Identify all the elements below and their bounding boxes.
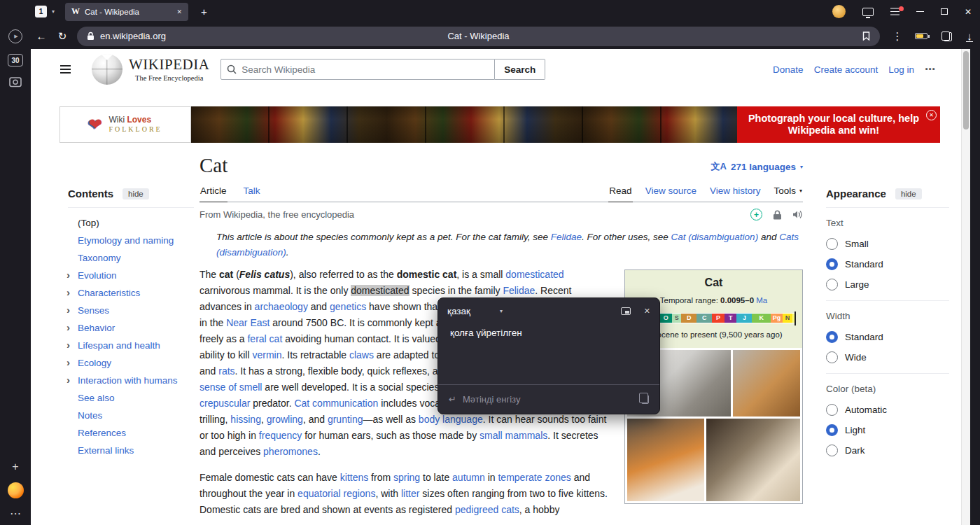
open-panel-icon[interactable] <box>621 307 631 315</box>
copy-icon[interactable] <box>641 395 649 404</box>
app-menu-button[interactable] <box>890 11 899 13</box>
wiki-link[interactable]: archaeology <box>255 301 308 312</box>
wiki-link[interactable]: autumn <box>452 472 485 483</box>
minimize-button[interactable] <box>916 11 924 13</box>
wiki-link[interactable]: temperate zones <box>498 472 570 483</box>
wiki-link[interactable]: domesticated <box>505 269 564 280</box>
add-button[interactable]: + <box>12 461 18 472</box>
tab-article[interactable]: Article <box>200 181 227 202</box>
chevron-down-icon[interactable]: ▾ <box>47 8 59 15</box>
wiki-link[interactable]: sense of smell <box>200 382 262 393</box>
toc-item-notes[interactable]: Notes <box>68 407 194 424</box>
toc-expand-icon[interactable]: › <box>66 339 70 351</box>
new-tab-button[interactable]: + <box>197 6 211 18</box>
wiki-link[interactable]: pheromones <box>263 446 318 457</box>
wiki-link[interactable]: growling <box>267 414 303 425</box>
wiki-link[interactable]: frequency <box>259 430 302 441</box>
toc-item-interaction-with-humans[interactable]: ›Interaction with humans <box>68 372 194 389</box>
tab-view-source[interactable]: View source <box>645 181 697 202</box>
radio-button[interactable] <box>826 444 838 456</box>
appearance-option-wide[interactable]: Wide <box>826 347 949 368</box>
wiki-link[interactable]: hissing <box>230 414 261 425</box>
search-button[interactable]: Search <box>495 59 545 80</box>
banner-call-to-action[interactable]: Photograph your local culture, help Wiki… <box>737 106 940 143</box>
wiki-link[interactable]: body language <box>419 414 483 425</box>
wiki-link[interactable]: Near East <box>226 317 270 328</box>
firefox-icon[interactable] <box>8 482 24 498</box>
banner-close-icon[interactable]: ✕ <box>926 110 937 120</box>
radio-button[interactable] <box>826 279 838 290</box>
toc-item-evolution[interactable]: ›Evolution <box>68 267 194 284</box>
toc-hide-button[interactable]: hide <box>122 188 149 200</box>
maximize-button[interactable] <box>941 8 948 15</box>
toc-expand-icon[interactable]: › <box>66 356 70 368</box>
wiki-link[interactable]: Felidae <box>551 232 582 242</box>
radio-button[interactable] <box>826 331 838 343</box>
translation-input[interactable]: ↵ Мәтінді енгізу <box>438 384 659 414</box>
radio-button[interactable] <box>826 258 838 270</box>
wiki-link[interactable]: litter <box>401 488 419 499</box>
url-domain[interactable]: en.wikipedia.org <box>100 31 166 41</box>
toc-expand-icon[interactable]: › <box>66 374 70 386</box>
wiki-link[interactable]: rats <box>218 365 234 377</box>
reload-button[interactable]: ↻ <box>52 30 73 43</box>
appearance-option-automatic[interactable]: Automatic <box>826 400 949 420</box>
play-circle-icon[interactable]: ▶ <box>8 29 22 43</box>
appearance-option-standard[interactable]: Standard <box>826 254 949 274</box>
wiki-link[interactable]: Felidae <box>503 285 535 296</box>
screenshot-icon[interactable] <box>9 77 22 88</box>
tabs-panel-icon[interactable] <box>941 31 952 41</box>
toc-item-top[interactable]: (Top) <box>68 214 194 232</box>
appearance-option-dark[interactable]: Dark <box>826 440 949 461</box>
main-menu-icon[interactable] <box>60 69 71 70</box>
toc-item-senses[interactable]: ›Senses <box>68 302 194 319</box>
ma-link[interactable]: Ma <box>756 296 767 304</box>
wiki-link[interactable]: pedigreed cats <box>455 504 519 515</box>
create-account-link[interactable]: Create account <box>814 64 878 75</box>
tab-group-number[interactable]: 1 <box>35 6 47 18</box>
search-box[interactable] <box>220 59 495 80</box>
appearance-hide-button[interactable]: hide <box>895 188 922 200</box>
wiki-link[interactable]: claws <box>349 349 374 360</box>
login-link[interactable]: Log in <box>888 64 914 75</box>
tab-view-history[interactable]: View history <box>709 181 762 202</box>
scrollbar[interactable] <box>961 49 970 525</box>
folklore-banner[interactable]: ❤ Wiki Loves FOLKLORE Photograph your lo… <box>59 106 940 143</box>
back-button[interactable]: ← <box>31 30 52 42</box>
donate-link[interactable]: Donate <box>773 64 804 75</box>
listen-icon[interactable] <box>792 210 803 219</box>
wiki-link[interactable]: spring <box>393 472 420 483</box>
close-window-button[interactable]: ✕ <box>965 7 972 17</box>
url-bar[interactable]: en.wikipedia.org Cat - Wikipedia <box>77 27 880 46</box>
scrollbar-thumb[interactable] <box>963 51 969 130</box>
toc-item-see-also[interactable]: See also <box>68 389 194 407</box>
toc-item-lifespan-and-health[interactable]: ›Lifespan and health <box>68 337 194 354</box>
appearance-option-large[interactable]: Large <box>826 274 949 295</box>
tab-close-icon[interactable]: ✕ <box>176 8 182 15</box>
toc-item-external-links[interactable]: External links <box>68 442 194 459</box>
languages-button[interactable]: 文A 271 languages ▾ <box>711 160 803 177</box>
download-icon[interactable]: ↓ <box>959 30 980 42</box>
radio-button[interactable] <box>826 351 838 363</box>
tab-cat-wikipedia[interactable]: W Cat - Wikipedia ✕ <box>65 3 188 21</box>
toc-expand-icon[interactable]: › <box>66 286 70 298</box>
wiki-link[interactable]: equatorial regions <box>298 488 375 499</box>
kebab-menu-icon[interactable]: ⋮ <box>887 30 908 43</box>
toc-item-ecology[interactable]: ›Ecology <box>68 354 194 372</box>
devices-icon[interactable] <box>862 8 874 16</box>
user-menu-icon[interactable]: ⋯ <box>925 63 935 76</box>
add-language-icon[interactable]: + <box>750 209 762 220</box>
wiki-link[interactable]: vermin <box>252 349 281 360</box>
radio-button[interactable] <box>826 424 838 436</box>
wiki-link[interactable]: Cat (disambiguation) <box>671 232 759 242</box>
appearance-option-standard[interactable]: Standard <box>826 327 949 347</box>
wiki-link[interactable]: Cat communication <box>294 398 378 409</box>
toc-expand-icon[interactable]: › <box>66 269 70 281</box>
toc-item-references[interactable]: References <box>68 424 194 442</box>
popup-close-icon[interactable]: ✕ <box>644 307 650 316</box>
toc-expand-icon[interactable]: › <box>66 321 70 333</box>
wiki-link[interactable]: grunting <box>328 414 363 425</box>
tab-counter-badge[interactable]: 30 <box>8 54 23 66</box>
toc-item-etymology-and-naming[interactable]: Etymology and naming <box>68 232 194 249</box>
toc-expand-icon[interactable]: › <box>66 304 70 316</box>
